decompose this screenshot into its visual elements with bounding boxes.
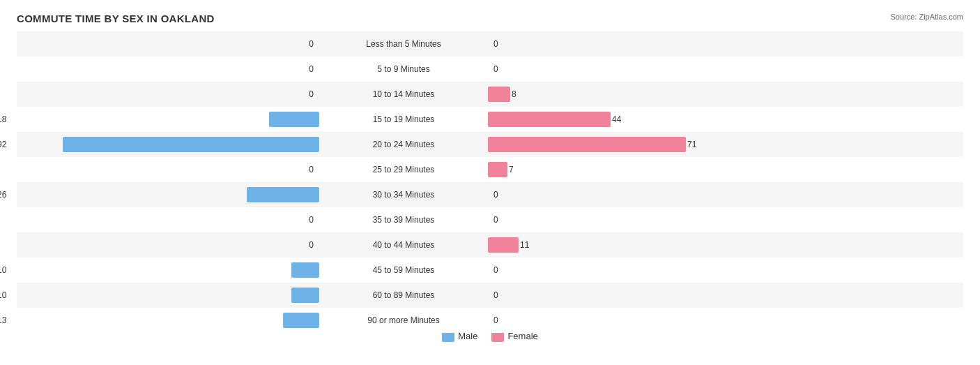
val-female-zero: 0 (493, 265, 498, 275)
bar-female (488, 137, 686, 152)
right-section: 11 (484, 232, 790, 258)
bar-female (488, 237, 519, 253)
left-section: 10 (17, 258, 323, 283)
val-male-zero: 0 (309, 64, 314, 74)
val-male-zero: 0 (309, 240, 314, 250)
left-section: 0 (17, 31, 323, 57)
bar-male (283, 313, 319, 328)
left-section: 0 (17, 82, 323, 107)
source-label: Source: ZipAtlas.com (890, 13, 963, 21)
bar-male (269, 112, 319, 127)
chart-container: COMMUTE TIME BY SEX IN OAKLAND Source: Z… (0, 0, 980, 365)
right-section: 0 (484, 182, 790, 207)
right-section: 7 (484, 157, 790, 182)
table-row: 1390 or more Minutes0 (17, 308, 963, 333)
table-row: 1045 to 59 Minutes0 (17, 258, 963, 283)
row-label: 25 to 29 Minutes (323, 165, 484, 174)
right-section: 44 (484, 107, 790, 132)
val-female-zero: 0 (493, 315, 498, 325)
val-female-zero: 0 (493, 190, 498, 200)
table-row: 025 to 29 Minutes7 (17, 157, 963, 182)
val-male: 10 (0, 290, 290, 300)
left-section: 13 (17, 308, 323, 333)
left-section: 26 (17, 182, 323, 207)
val-male-zero: 0 (309, 165, 314, 174)
val-male: 10 (0, 265, 290, 275)
table-row: 1060 to 89 Minutes0 (17, 283, 963, 308)
right-section: 0 (484, 308, 790, 333)
table-row: 2630 to 34 Minutes0 (17, 182, 963, 207)
left-section: 0 (17, 207, 323, 232)
left-section: 92 (17, 132, 323, 157)
val-male: 18 (0, 114, 268, 124)
val-female-zero: 0 (493, 290, 498, 300)
bar-female (488, 112, 611, 127)
bar-male (247, 187, 319, 202)
left-section: 10 (17, 283, 323, 308)
right-section: 71 (484, 132, 790, 157)
row-label: 15 to 19 Minutes (323, 114, 484, 124)
bar-female (488, 87, 510, 102)
row-label: 35 to 39 Minutes (323, 215, 484, 225)
row-label: 45 to 59 Minutes (323, 265, 484, 275)
bar-female (488, 162, 507, 177)
left-section: 0 (17, 157, 323, 182)
val-female-zero: 0 (493, 215, 498, 225)
right-section: 0 (484, 258, 790, 283)
bar-male (63, 137, 319, 152)
val-male: 92 (0, 140, 61, 149)
row-label: 90 or more Minutes (323, 315, 484, 325)
table-row: 010 to 14 Minutes8 (17, 82, 963, 107)
row-label: 20 to 24 Minutes (323, 140, 484, 149)
chart-area: 0Less than 5 Minutes005 to 9 Minutes0010… (17, 31, 963, 321)
val-male-zero: 0 (309, 215, 314, 225)
val-male-zero: 0 (309, 39, 314, 49)
val-male: 13 (0, 315, 282, 325)
row-label: 30 to 34 Minutes (323, 190, 484, 200)
left-section: 0 (17, 232, 323, 258)
right-section: 0 (484, 283, 790, 308)
val-female-zero: 0 (493, 64, 498, 74)
right-section: 0 (484, 31, 790, 57)
val-female: 11 (520, 240, 529, 250)
table-row: 035 to 39 Minutes0 (17, 207, 963, 232)
table-row: 05 to 9 Minutes0 (17, 57, 963, 82)
val-male-zero: 0 (309, 89, 314, 99)
table-row: 040 to 44 Minutes11 (17, 232, 963, 258)
right-section: 8 (484, 82, 790, 107)
row-label: Less than 5 Minutes (323, 39, 484, 49)
row-label: 5 to 9 Minutes (323, 64, 484, 74)
row-label: 60 to 89 Minutes (323, 290, 484, 300)
table-row: 0Less than 5 Minutes0 (17, 31, 963, 57)
right-section: 0 (484, 57, 790, 82)
val-male: 26 (0, 190, 245, 200)
val-female: 71 (687, 140, 696, 149)
val-female: 44 (612, 114, 621, 124)
val-female: 8 (512, 89, 516, 99)
right-section: 0 (484, 207, 790, 232)
row-label: 40 to 44 Minutes (323, 240, 484, 250)
bar-male (291, 262, 319, 278)
left-section: 0 (17, 57, 323, 82)
row-label: 10 to 14 Minutes (323, 89, 484, 99)
val-female: 7 (509, 165, 514, 174)
table-row: 1815 to 19 Minutes44 (17, 107, 963, 132)
chart-title: COMMUTE TIME BY SEX IN OAKLAND (17, 13, 963, 24)
bar-male (291, 288, 319, 303)
val-female-zero: 0 (493, 39, 498, 49)
table-row: 9220 to 24 Minutes71 (17, 132, 963, 157)
left-section: 18 (17, 107, 323, 132)
